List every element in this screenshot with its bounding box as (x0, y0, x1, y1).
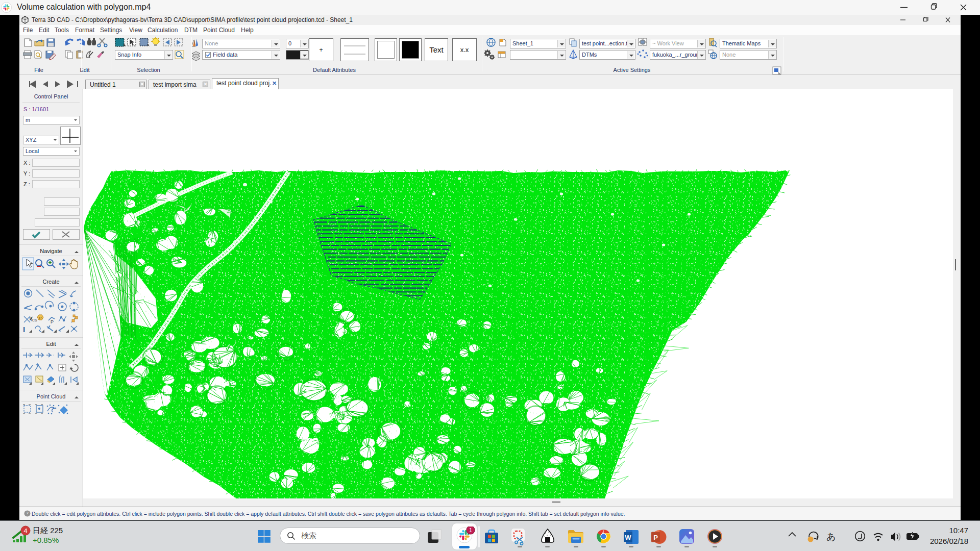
svg-text:P: P (51, 319, 54, 324)
svg-text:1: 1 (469, 527, 472, 533)
svg-text:I: I (23, 325, 25, 334)
svg-text:W: W (625, 534, 631, 541)
svg-text:P: P (39, 316, 42, 320)
svg-text:P: P (653, 534, 658, 541)
svg-text:CS: CS (32, 318, 37, 322)
svg-text:あ: あ (826, 532, 836, 542)
svg-text:4: 4 (23, 527, 27, 535)
svg-text:?: ? (26, 511, 29, 516)
